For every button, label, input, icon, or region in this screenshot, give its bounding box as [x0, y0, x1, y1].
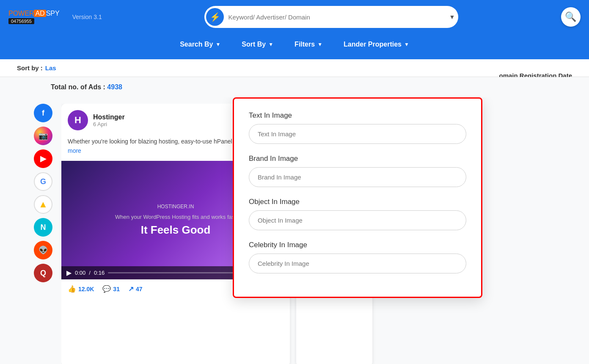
hostinger-name: Hostinger — [93, 113, 125, 121]
share-icon: ↗ — [128, 285, 134, 293]
shares-count: 47 — [136, 286, 143, 292]
nav-filters[interactable]: Filters ▼ — [294, 41, 322, 48]
nav-lander-label: Lander Properties — [344, 41, 402, 48]
likes-count: 12.0K — [78, 286, 94, 292]
logo-ad: AD — [34, 10, 46, 17]
text-in-image-label: Text In Image — [249, 111, 466, 120]
video-content: HOSTINGER.IN When your WordPress Hosting… — [107, 195, 245, 245]
video-logo: HOSTINGER.IN — [115, 204, 236, 210]
brand-in-image-input[interactable] — [249, 167, 466, 187]
time-current: 0:00 — [75, 270, 85, 276]
search-button[interactable]: 🔍 — [561, 7, 581, 27]
search-dropdown-arrow[interactable]: ▼ — [449, 14, 455, 20]
nav-search-by-label: Search By — [180, 41, 213, 48]
social-sidebar: f 📷 ▶ G ▲ N 👽 Q — [34, 104, 55, 364]
main-content: Total no. of Ads : 4938 f 📷 ▶ G ▲ N 👽 Q … — [0, 77, 589, 364]
time-separator: / — [89, 270, 91, 276]
total-ads-bar: Total no. of Ads : 4938 — [0, 77, 589, 97]
search-by-dropdown: Text In Image Brand In Image Object In I… — [233, 97, 482, 298]
stat-shares: ↗ 47 — [128, 284, 143, 294]
sort-by-arrow-icon: ▼ — [268, 41, 273, 47]
total-ads-count: 4938 — [107, 83, 122, 91]
object-in-image-field: Object In Image — [249, 198, 466, 230]
filters-arrow-icon: ▼ — [317, 41, 322, 47]
social-icon-native[interactable]: N — [34, 218, 52, 237]
social-icon-youtube[interactable]: ▶ — [34, 149, 52, 168]
hostinger-date: 6 Apri — [93, 121, 125, 127]
logo-power: POWER — [8, 10, 34, 17]
hostinger-info: Hostinger 6 Apri — [93, 113, 125, 127]
time-total: 0:16 — [94, 270, 105, 276]
header-top: POWERADSPY 04756955 Version 3.1 ⚡ ▼ 🔍 — [8, 0, 581, 34]
play-button[interactable]: ▶ — [66, 269, 72, 277]
total-ads-label: Total no. of Ads : — [51, 83, 105, 91]
search-input[interactable] — [224, 14, 449, 21]
version-label: Version 3.1 — [72, 14, 102, 20]
social-icon-reddit[interactable]: 👽 — [34, 241, 52, 259]
nav-search-by[interactable]: Search By ▼ — [180, 41, 220, 48]
nav-sort-by[interactable]: Sort By ▼ — [242, 41, 273, 48]
comments-count: 31 — [113, 286, 120, 292]
celebrity-in-image-input[interactable] — [249, 254, 466, 273]
social-icon-quora[interactable]: Q — [34, 264, 52, 282]
celebrity-in-image-field: Celebrity In Image — [249, 241, 466, 273]
stat-comments: 💬 31 — [102, 284, 120, 294]
bolt-icon: ⚡ — [206, 8, 224, 26]
sort-by-label: Sort by : — [17, 64, 43, 72]
social-icon-google[interactable]: G — [34, 172, 52, 191]
object-in-image-label: Object In Image — [249, 198, 466, 206]
search-by-arrow-icon: ▼ — [215, 41, 220, 47]
logo: POWERADSPY 04756955 — [8, 10, 60, 24]
object-in-image-input[interactable] — [249, 210, 466, 230]
celebrity-in-image-label: Celebrity In Image — [249, 241, 466, 249]
hostinger-avatar: H — [68, 110, 88, 130]
text-in-image-field: Text In Image — [249, 111, 466, 144]
nav-sort-by-label: Sort By — [242, 41, 266, 48]
header: POWERADSPY 04756955 Version 3.1 ⚡ ▼ 🔍 Se… — [0, 0, 589, 59]
sort-bar: Sort by : Las omain Registration Date — [0, 59, 589, 77]
social-icon-google-ads[interactable]: ▲ — [34, 195, 52, 214]
brand-in-image-label: Brand In Image — [249, 154, 466, 163]
logo-text: POWERADSPY — [8, 10, 60, 17]
social-icon-facebook[interactable]: f — [34, 104, 52, 122]
thumbs-up-icon: 👍 — [68, 285, 76, 293]
logo-id: 04756955 — [8, 18, 34, 24]
sort-by-value: Las — [45, 64, 56, 72]
social-icon-instagram[interactable]: 📷 — [34, 127, 52, 145]
text-in-image-input[interactable] — [249, 124, 466, 144]
content-area: f 📷 ▶ G ▲ N 👽 Q H Hostinger 6 Apri 🤍 — [0, 97, 589, 364]
header-nav: Search By ▼ Sort By ▼ Filters ▼ Lander P… — [8, 34, 581, 55]
nav-filters-label: Filters — [294, 41, 315, 48]
video-headline: It Feels Good — [115, 223, 236, 237]
logo-spy: SPY — [46, 10, 60, 17]
comment-icon: 💬 — [102, 285, 111, 293]
video-tagline: When your WordPress Hosting fits and wor… — [115, 214, 236, 220]
lander-arrow-icon: ▼ — [404, 41, 409, 47]
search-bar: ⚡ ▼ — [204, 6, 458, 28]
nav-lander-properties[interactable]: Lander Properties ▼ — [344, 41, 409, 48]
brand-in-image-field: Brand In Image — [249, 154, 466, 187]
stat-likes: 👍 12.0K — [68, 284, 94, 294]
